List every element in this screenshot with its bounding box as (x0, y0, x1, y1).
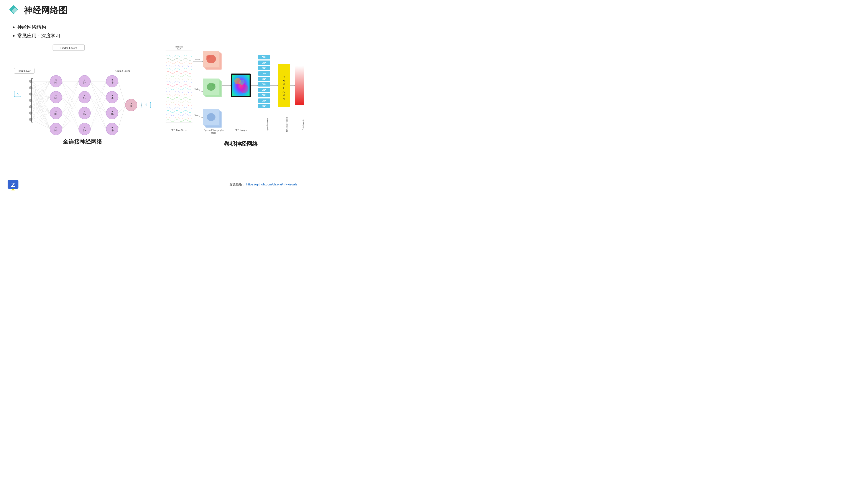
footer-source: 资源模板： https://github.com/dair-ai/ml-visu… (229, 183, 297, 187)
header: 神经网络图 (9, 4, 295, 19)
svg-text:[3]ₙ: [3]ₙ (111, 129, 114, 132)
svg-text:Input Layer: Input Layer (18, 69, 31, 72)
svg-rect-196 (295, 66, 304, 105)
svg-line-71 (32, 94, 50, 97)
svg-text:a: a (112, 78, 113, 81)
footer-link[interactable]: https://github.com/dair-ai/ml-visuals (246, 183, 297, 186)
svg-text:a: a (84, 126, 85, 129)
svg-text:a: a (112, 126, 113, 129)
svg-point-163 (240, 85, 248, 93)
svg-text:Ŷ: Ŷ (145, 103, 147, 107)
svg-text:Pain Intensity: Pain Intensity (302, 119, 304, 131)
svg-line-85 (32, 113, 50, 129)
svg-point-158 (207, 113, 215, 121)
bullet-list: 神经网络结构 常见应用：深度学习 (13, 23, 295, 40)
svg-text:CNN: CNN (262, 83, 267, 86)
svg-line-77 (32, 100, 50, 129)
nn-caption: 全连接神经网络 (9, 138, 156, 145)
footer: Z 资源模板： https://github.com/dair-ai/ml-vi… (6, 178, 297, 191)
svg-text:EEG Time Series: EEG Time Series (171, 129, 187, 131)
svg-line-81 (32, 107, 50, 129)
svg-point-26 (50, 123, 62, 135)
svg-text:[1]₁: [1]₁ (55, 82, 58, 84)
bullet-2: 常见应用：深度学习 (18, 31, 295, 40)
bullet-1: 神经网络结构 (18, 23, 295, 31)
svg-point-153 (212, 84, 215, 87)
svg-text:a: a (84, 110, 85, 113)
svg-text:a: a (55, 126, 57, 129)
svg-line-89 (32, 120, 50, 129)
svg-text:CNN: CNN (262, 56, 267, 59)
svg-line-72 (32, 94, 50, 113)
diamond-logo-icon (9, 5, 21, 16)
svg-text:CNN: CNN (262, 67, 267, 69)
svg-line-83 (32, 97, 50, 113)
svg-text:a: a (84, 94, 85, 97)
svg-text:[4]: [4] (130, 105, 132, 107)
svg-line-76 (32, 100, 50, 113)
svg-text:[3]₁: [3]₁ (111, 82, 114, 84)
svg-text:Delta: Delta (195, 59, 199, 61)
svg-point-164 (239, 79, 245, 85)
cnn-caption: 卷积神经网络 (165, 140, 304, 148)
main-content: Hidden Layers Input Layer Output Layer X (9, 44, 295, 148)
cnn-diagram-container: ICA (165, 44, 304, 148)
svg-text:[2]₃: [2]₃ (83, 113, 86, 115)
svg-text:CNN: CNN (262, 100, 267, 102)
svg-text:[1]₂: [1]₂ (55, 97, 58, 99)
svg-text:CNN: CNN (262, 94, 267, 97)
svg-text:a: a (112, 110, 113, 113)
svg-line-123 (118, 97, 125, 105)
svg-line-67 (32, 88, 50, 97)
svg-text:Beta: Beta (195, 115, 199, 117)
svg-text:Temporal Feature: Temporal Feature (286, 117, 288, 132)
svg-line-122 (118, 82, 125, 105)
svg-text:[2]₂: [2]₂ (83, 97, 86, 99)
svg-line-80 (32, 107, 50, 113)
svg-text:a: a (131, 102, 132, 105)
svg-text:CNN: CNN (262, 105, 267, 107)
svg-text:Maps: Maps (211, 132, 216, 134)
svg-text:[2]ₙ: [2]ₙ (83, 129, 86, 132)
svg-line-125 (118, 105, 125, 129)
svg-marker-206 (11, 189, 15, 190)
svg-text:[3]₃: [3]₃ (111, 113, 114, 115)
svg-text:CNN: CNN (262, 62, 267, 64)
svg-text:a: a (55, 78, 57, 81)
svg-text:[1]₃: [1]₃ (55, 113, 58, 115)
nn-diagram-svg: Hidden Layers Input Layer Output Layer X (9, 44, 156, 135)
svg-text:Alpha: Alpha (194, 88, 199, 90)
svg-text:N: N (282, 79, 284, 82)
svg-line-124 (118, 105, 125, 113)
svg-point-39 (79, 123, 91, 135)
svg-text:Hidden Layers: Hidden Layers (61, 46, 77, 49)
svg-text:a: a (112, 94, 113, 97)
svg-text:N: N (282, 94, 284, 97)
svg-text:N: N (282, 83, 284, 86)
svg-text:N: N (282, 97, 284, 101)
svg-text:EEG Images: EEG Images (235, 129, 247, 131)
svg-line-73 (32, 94, 50, 129)
svg-text:Spectral Topography: Spectral Topography (204, 129, 224, 131)
svg-text:a: a (84, 78, 85, 81)
svg-point-52 (106, 123, 118, 135)
z-logo-icon: Z (6, 178, 20, 191)
svg-line-75 (32, 97, 50, 100)
svg-text:a: a (55, 94, 57, 97)
svg-text:Time slice: Time slice (175, 46, 183, 48)
cnn-diagram-svg: ICA (165, 44, 304, 137)
svg-line-66 (32, 82, 50, 88)
page-title: 神经网络图 (24, 4, 67, 16)
svg-text:CNN: CNN (262, 72, 267, 75)
footer-source-label: 资源模板： (229, 183, 245, 186)
svg-text:Z: Z (11, 181, 15, 188)
svg-text:[3]₂: [3]₂ (111, 97, 114, 99)
svg-text:A: A (282, 90, 285, 93)
svg-point-147 (206, 55, 211, 59)
svg-text:+: + (283, 86, 284, 90)
svg-line-74 (32, 82, 50, 100)
svg-text:X: X (17, 92, 19, 96)
svg-text:[1]ₙ: [1]ₙ (55, 129, 58, 132)
svg-text:Spatial Feature: Spatial Feature (266, 118, 269, 131)
svg-line-63 (32, 82, 50, 97)
